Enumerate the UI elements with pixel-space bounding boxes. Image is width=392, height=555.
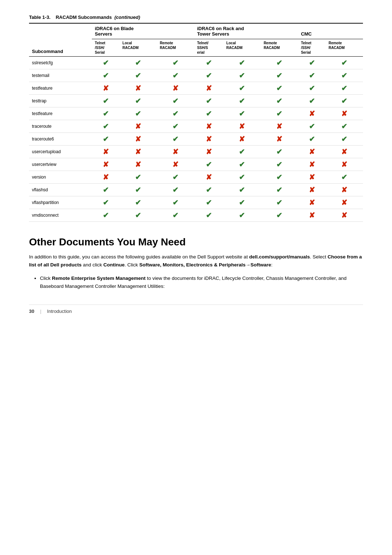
check-icon: ✔ bbox=[239, 59, 245, 67]
icon-cell: ✘ bbox=[92, 146, 119, 158]
icon-cell: ✔ bbox=[194, 209, 224, 222]
check-icon: ✔ bbox=[206, 72, 212, 79]
check-icon: ✔ bbox=[341, 173, 347, 181]
icon-cell: ✔ bbox=[92, 95, 119, 107]
icon-cell: ✔ bbox=[326, 57, 363, 69]
icon-cell: ✔ bbox=[326, 95, 363, 107]
icon-cell: ✘ bbox=[92, 171, 119, 184]
check-icon: ✔ bbox=[276, 110, 282, 118]
check-icon: ✔ bbox=[309, 97, 315, 105]
icon-cell: ✔ bbox=[157, 69, 194, 82]
icon-cell: ✔ bbox=[194, 196, 224, 209]
cross-icon: ✘ bbox=[103, 84, 109, 92]
icon-cell: ✔ bbox=[224, 158, 261, 171]
icon-cell: ✔ bbox=[119, 57, 157, 69]
icon-cell: ✘ bbox=[224, 133, 261, 146]
icon-cell: ✔ bbox=[224, 184, 261, 196]
icon-cell: ✔ bbox=[261, 158, 298, 171]
icon-cell: ✔ bbox=[194, 107, 224, 120]
icon-cell: ✔ bbox=[194, 95, 224, 107]
check-icon: ✔ bbox=[309, 135, 315, 143]
cmd-cell: usercertview bbox=[29, 158, 92, 171]
caption-prefix: Table 1-3. bbox=[29, 15, 50, 20]
icon-cell: ✔ bbox=[261, 171, 298, 184]
check-icon: ✔ bbox=[206, 59, 212, 67]
table-row: usercertview✘✘✘✔✔✔✘✘ bbox=[29, 158, 363, 171]
icon-cell: ✘ bbox=[298, 107, 326, 120]
table-row: vflashsd✔✔✔✔✔✔✘✘ bbox=[29, 184, 363, 196]
cross-icon: ✘ bbox=[309, 160, 315, 168]
icon-cell: ✔ bbox=[119, 184, 157, 196]
icon-cell: ✔ bbox=[92, 184, 119, 196]
icon-cell: ✔ bbox=[194, 69, 224, 82]
icon-cell: ✔ bbox=[261, 107, 298, 120]
cmd-cell: traceroute6 bbox=[29, 133, 92, 146]
icon-cell: ✔ bbox=[298, 133, 326, 146]
icon-cell: ✘ bbox=[326, 184, 363, 196]
check-icon: ✔ bbox=[276, 84, 282, 92]
cross-icon: ✘ bbox=[239, 135, 245, 143]
cmd-cell: vflashpartition bbox=[29, 196, 92, 209]
icon-cell: ✔ bbox=[261, 57, 298, 69]
cross-icon: ✘ bbox=[135, 122, 141, 130]
check-icon: ✔ bbox=[341, 59, 347, 67]
section-body: In addition to this guide, you can acces… bbox=[29, 253, 363, 269]
check-icon: ✔ bbox=[239, 199, 245, 207]
cross-icon: ✘ bbox=[239, 122, 245, 130]
check-icon: ✔ bbox=[103, 59, 109, 67]
icon-cell: ✘ bbox=[224, 120, 261, 133]
check-icon: ✔ bbox=[172, 199, 179, 207]
table-row: usercertupload✘✘✘✘✔✔✘✘ bbox=[29, 146, 363, 158]
cross-icon: ✘ bbox=[206, 173, 212, 181]
col-group-cmc: CMC bbox=[298, 23, 363, 39]
check-icon: ✔ bbox=[135, 110, 141, 118]
icon-cell: ✔ bbox=[157, 95, 194, 107]
icon-cell: ✔ bbox=[92, 209, 119, 222]
icon-cell: ✔ bbox=[194, 57, 224, 69]
cross-icon: ✘ bbox=[103, 148, 109, 156]
cmd-cell: traceroute bbox=[29, 120, 92, 133]
icon-cell: ✔ bbox=[298, 82, 326, 95]
table-row: testfeature✘✘✘✘✔✔✔✔ bbox=[29, 82, 363, 95]
icon-cell: ✔ bbox=[224, 209, 261, 222]
icon-cell: ✘ bbox=[119, 158, 157, 171]
icon-cell: ✔ bbox=[119, 196, 157, 209]
cmd-cell: testemail bbox=[29, 69, 92, 82]
check-icon: ✔ bbox=[206, 186, 212, 194]
icon-cell: ✔ bbox=[157, 209, 194, 222]
icon-cell: ✔ bbox=[224, 146, 261, 158]
check-icon: ✔ bbox=[341, 84, 347, 92]
icon-cell: ✔ bbox=[92, 196, 119, 209]
cross-icon: ✘ bbox=[206, 135, 212, 143]
cross-icon: ✘ bbox=[172, 160, 179, 168]
check-icon: ✔ bbox=[172, 110, 179, 118]
bold-phrase-2: Continue bbox=[103, 262, 125, 268]
icon-cell: ✔ bbox=[157, 171, 194, 184]
icon-cell: ✘ bbox=[92, 82, 119, 95]
icon-cell: ✘ bbox=[326, 107, 363, 120]
bullet-text-before: Click bbox=[40, 276, 52, 281]
check-icon: ✔ bbox=[276, 186, 282, 194]
icon-cell: ✔ bbox=[261, 82, 298, 95]
icon-cell: ✘ bbox=[194, 82, 224, 95]
bullet-list: Click Remote Enterprise System Managemen… bbox=[40, 274, 363, 290]
icon-cell: ✔ bbox=[157, 107, 194, 120]
icon-cell: ✘ bbox=[194, 133, 224, 146]
table-row: traceroute6✔✘✔✘✘✘✔✔ bbox=[29, 133, 363, 146]
icon-cell: ✘ bbox=[326, 196, 363, 209]
cmd-cell: testfeature bbox=[29, 107, 92, 120]
check-icon: ✔ bbox=[276, 211, 282, 219]
icon-cell: ✔ bbox=[224, 171, 261, 184]
check-icon: ✔ bbox=[206, 160, 212, 168]
page-footer: 30 | Introduction bbox=[29, 305, 363, 314]
check-icon: ✔ bbox=[239, 72, 245, 79]
check-icon: ✔ bbox=[341, 135, 347, 143]
check-icon: ✔ bbox=[276, 72, 282, 79]
icon-cell: ✔ bbox=[194, 158, 224, 171]
cross-icon: ✘ bbox=[135, 160, 141, 168]
website-link: dell.com/support/manuals bbox=[249, 254, 310, 260]
check-icon: ✔ bbox=[172, 72, 179, 79]
icon-cell: ✘ bbox=[298, 158, 326, 171]
bold-phrase-3: Software, Monitors, Electronics & Periph… bbox=[139, 262, 246, 268]
check-icon: ✔ bbox=[135, 59, 141, 67]
